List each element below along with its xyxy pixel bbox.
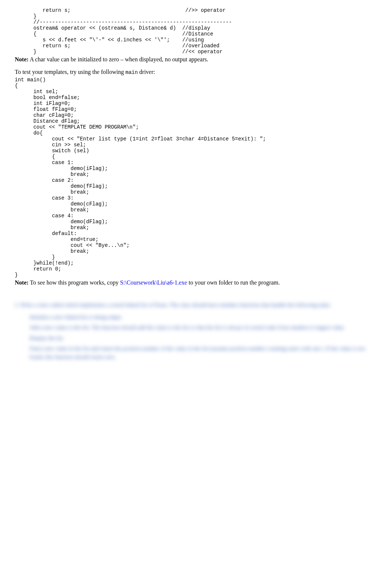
- intro-a: To test your templates, try using the fo…: [15, 69, 125, 75]
- blurred-para: 2. Write a class called which implements…: [15, 301, 377, 309]
- file-link[interactable]: S:\Coursework\Liu\a6-1.exe: [120, 279, 187, 286]
- blurred-bullet-1: Initialize a new linked list to being em…: [30, 313, 377, 321]
- note-1-prefix: Note:: [15, 56, 28, 62]
- blurred-bullet-4: Find a new value in the list and return …: [30, 344, 377, 361]
- code-block-top: return s; //>> operator } //------------…: [15, 7, 377, 55]
- code-block-main: int main() { int sel; bool end=false; in…: [15, 77, 377, 278]
- note-2-prefix: Note:: [15, 279, 28, 286]
- intro-line: To test your templates, try using the fo…: [15, 69, 377, 75]
- intro-code: main: [125, 69, 138, 75]
- note-2-body-b: to your own folder to run the program.: [187, 279, 280, 286]
- intro-b: driver:: [138, 69, 155, 75]
- blurred-preview: 2. Write a class called which implements…: [15, 301, 377, 361]
- note-2-body-a: To see how this program works, copy: [28, 279, 120, 286]
- note-1-body: A char value can be initialized to zero …: [28, 56, 208, 62]
- note-2: Note: To see how this program works, cop…: [15, 279, 377, 286]
- note-1: Note: A char value can be initialized to…: [15, 56, 377, 63]
- blurred-bullet-3: Display the list: [30, 334, 377, 343]
- blurred-bullet-2: Add a new value to the list. The functio…: [30, 323, 377, 332]
